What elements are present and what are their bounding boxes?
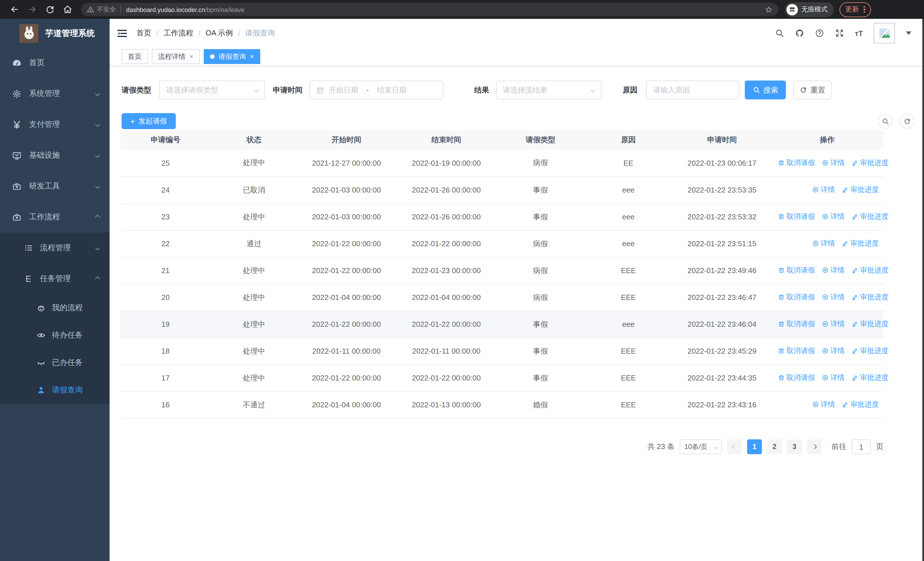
action-approval-progress-link[interactable]: 审批进度 — [852, 292, 889, 302]
table-search-toggle-button[interactable] — [878, 114, 892, 129]
browser-update-button[interactable]: 更新 — [840, 2, 871, 17]
reset-button[interactable]: 重置 — [793, 81, 831, 99]
bookmark-star-icon[interactable] — [765, 5, 773, 14]
table-row[interactable]: 17 处理中 2022-01-22 00:00:00 2022-01-22 00… — [120, 364, 884, 391]
col-header-end: 结束时间 — [396, 130, 497, 150]
action-cancel-leave-link[interactable]: 取消请假 — [778, 373, 815, 383]
github-icon[interactable] — [795, 29, 804, 38]
action-approval-progress-link[interactable]: 审批进度 — [852, 212, 889, 222]
font-size-icon[interactable]: ᴛT — [855, 29, 863, 38]
fullscreen-icon[interactable] — [835, 29, 844, 38]
action-approval-progress-link[interactable]: 审批进度 — [852, 158, 889, 168]
action-approval-progress-link[interactable]: 审批进度 — [852, 373, 889, 383]
action-cancel-leave-link[interactable]: 取消请假 — [778, 292, 815, 302]
action-detail-link[interactable]: 详情 — [822, 373, 844, 383]
action-approval-progress-link[interactable]: 审批进度 — [842, 400, 879, 410]
action-detail-link[interactable]: 详情 — [822, 266, 844, 275]
sidebar-item-infrastructure[interactable]: 基础设施 — [0, 140, 110, 171]
goto-page-input[interactable] — [852, 439, 871, 454]
action-approval-progress-link[interactable]: 审批进度 — [852, 266, 889, 275]
forward-icon[interactable] — [27, 5, 37, 14]
tab-process-detail[interactable]: 流程详情 × — [152, 49, 200, 64]
action-detail-link[interactable]: 详情 — [822, 158, 844, 168]
table-row[interactable]: 21 处理中 2022-01-22 00:00:00 2022-01-23 00… — [120, 257, 884, 284]
browser-menu-icon[interactable] — [864, 6, 865, 13]
sidebar-item-home[interactable]: 首页 — [0, 47, 110, 78]
sidebar-collapse-icon[interactable] — [117, 29, 127, 38]
action-cancel-leave-link[interactable]: 取消请假 — [778, 266, 815, 275]
action-detail-link[interactable]: 详情 — [822, 212, 844, 222]
reason-input[interactable] — [653, 86, 732, 94]
sidebar-item-todo-tasks[interactable]: 待办任务 — [0, 322, 110, 349]
table-row[interactable]: 24 已取消 2022-01-03 00:00:00 2022-01-26 00… — [120, 176, 884, 203]
close-icon[interactable]: × — [189, 53, 194, 60]
action-approval-progress-link[interactable]: 审批进度 — [842, 185, 879, 195]
search-button[interactable]: 搜索 — [745, 81, 786, 99]
tab-home[interactable]: 首页 — [122, 49, 148, 64]
reload-icon[interactable] — [45, 5, 55, 14]
sidebar-item-task-management[interactable]: 任务管理 — [0, 263, 110, 294]
breadcrumb-item[interactable]: 首页 — [136, 28, 151, 38]
page-button-1[interactable]: 1 — [747, 439, 762, 454]
action-approval-progress-link[interactable]: 审批进度 — [852, 319, 889, 329]
action-cancel-leave-link[interactable]: 取消请假 — [778, 212, 815, 222]
sidebar-item-leave-query[interactable]: 请假查询 — [0, 376, 110, 404]
home-icon[interactable] — [63, 5, 72, 14]
page-button-3[interactable]: 3 — [787, 439, 802, 454]
address-bar[interactable]: 不安全 dashboard.yudao.iocoder.cn/bpm/oa/le… — [81, 3, 778, 16]
page-button-2[interactable]: 2 — [767, 439, 782, 454]
breadcrumb-item[interactable]: OA 示例 — [206, 28, 233, 38]
incognito-icon — [786, 4, 798, 15]
result-select[interactable]: 请选择流结果 — [496, 81, 602, 99]
table-row[interactable]: 16 不通过 2022-01-04 00:00:00 2022-01-13 00… — [120, 391, 884, 418]
sidebar-item-workflow[interactable]: 工作流程 — [0, 202, 110, 233]
table-row[interactable]: 20 处理中 2022-01-04 00:00:00 2022-01-04 00… — [120, 284, 884, 311]
action-detail-link[interactable]: 详情 — [822, 319, 844, 329]
update-label[interactable]: 更新 — [845, 5, 859, 14]
close-icon[interactable]: × — [250, 53, 254, 60]
cell-end: 2022-01-22 00:00:00 — [396, 230, 497, 257]
security-label[interactable]: 不安全 — [97, 5, 116, 14]
table-refresh-button[interactable] — [900, 114, 914, 129]
table-row[interactable]: 18 处理中 2022-01-11 00:00:00 2022-01-11 00… — [120, 338, 884, 364]
action-cancel-leave-link[interactable]: 取消请假 — [778, 319, 815, 329]
sidebar-item-system[interactable]: 系统管理 — [0, 78, 110, 109]
sidebar-item-payment[interactable]: 支付管理 — [0, 109, 110, 140]
sidebar-item-process-management[interactable]: 流程管理 — [0, 233, 110, 263]
sidebar-item-label: 支付管理 — [29, 119, 60, 130]
back-icon[interactable] — [10, 5, 20, 14]
action-approval-progress-link[interactable]: 审批进度 — [852, 346, 889, 356]
sidebar-item-my-process[interactable]: 我的流程 — [0, 294, 110, 322]
action-detail-link[interactable]: 详情 — [812, 185, 835, 195]
avatar-caret-icon[interactable] — [906, 32, 912, 35]
breadcrumb-item[interactable]: 工作流程 — [164, 28, 193, 38]
next-page-button[interactable] — [807, 439, 822, 454]
table-row[interactable]: 22 通过 2022-01-22 00:00:00 2022-01-22 00:… — [120, 230, 884, 257]
sidebar-item-dev-tools[interactable]: 研发工具 — [0, 171, 110, 202]
table-row[interactable]: 23 处理中 2022-01-03 00:00:00 2022-01-26 00… — [120, 203, 884, 230]
cell-start: 2022-01-22 00:00:00 — [297, 311, 396, 338]
action-detail-link[interactable]: 详情 — [822, 346, 844, 356]
action-cancel-leave-link[interactable]: 取消请假 — [778, 158, 815, 168]
app-logo[interactable]: 芋道管理系统 — [0, 19, 110, 47]
leave-type-select[interactable]: 请选择请假类型 — [159, 81, 265, 99]
action-label: 取消请假 — [786, 346, 815, 356]
sidebar-item-done-tasks[interactable]: 已办任务 — [0, 349, 110, 376]
help-icon[interactable] — [815, 29, 824, 38]
table-row[interactable]: 19 处理中 2022-01-22 00:00:00 2022-01-22 00… — [120, 311, 884, 338]
action-detail-link[interactable]: 详情 — [822, 292, 844, 302]
action-cancel-leave-link[interactable]: 取消请假 — [778, 346, 815, 356]
avatar[interactable] — [874, 23, 895, 44]
apply-time-range-picker[interactable]: 开始日期 - 结束日期 — [309, 81, 444, 99]
action-detail-link[interactable]: 详情 — [812, 239, 835, 248]
window-scrollbar-edge[interactable] — [922, 19, 924, 561]
search-icon[interactable] — [775, 29, 784, 38]
prev-page-button[interactable] — [727, 439, 742, 454]
action-approval-progress-link[interactable]: 审批进度 — [842, 239, 879, 248]
table-row[interactable]: 25 处理中 2021-12-27 00:00:00 2022-01-19 00… — [120, 150, 884, 176]
tab-leave-query[interactable]: 请假查询 × — [204, 49, 260, 64]
action-detail-link[interactable]: 详情 — [812, 400, 835, 410]
page-size-select[interactable]: 10条/页 — [680, 439, 722, 454]
cell-actions: 取消请假详情审批进度 — [771, 338, 884, 364]
create-leave-button[interactable]: + 发起请假 — [122, 113, 176, 129]
